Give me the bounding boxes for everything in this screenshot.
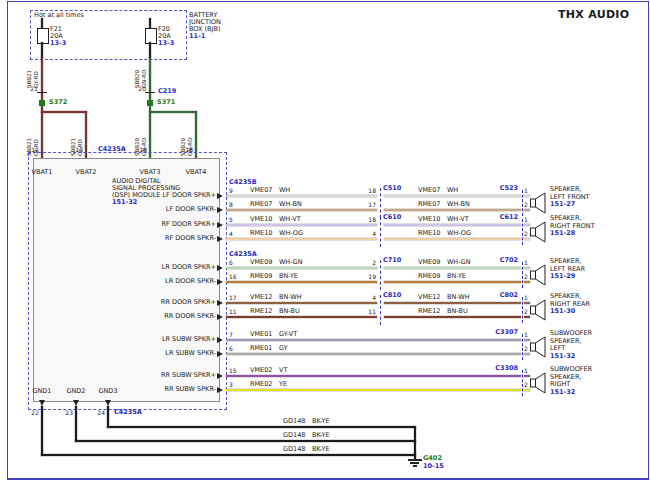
- speaker-label: SPEAKER,: [550, 258, 582, 265]
- connector-label: C610: [383, 214, 401, 221]
- speaker-label: SUBWOOFER: [550, 330, 592, 337]
- speaker-icon: [530, 264, 547, 286]
- speaker-icon: [530, 299, 547, 321]
- connector-label: C702: [486, 257, 518, 264]
- wire-label: GD148 BK-YE: [283, 446, 330, 453]
- wire-label: RME09 BN-YE: [418, 273, 466, 280]
- wire: [226, 375, 521, 377]
- ground-bar: [410, 462, 419, 464]
- connector-label: C510: [383, 185, 401, 192]
- module-pin-label: VBAT3: [134, 169, 166, 176]
- module-signal-label: RR SUBW SPKR+: [140, 372, 216, 379]
- arrow-right-icon: [217, 387, 223, 393]
- wire: [226, 209, 377, 211]
- wire: [384, 238, 521, 240]
- pin-number: 2: [524, 308, 528, 315]
- arrow-right-icon: [217, 337, 223, 343]
- speaker-icon: [530, 221, 547, 243]
- module-pin-label: VBAT1: [26, 169, 58, 176]
- ground-page-ref: 10-15: [423, 463, 444, 470]
- speaker-label: RIGHT: [550, 381, 570, 388]
- wire-label: GD148 BK-YE: [283, 418, 330, 425]
- module-pin-label: GND1: [28, 388, 56, 395]
- pin-number: 2: [524, 381, 528, 388]
- connector-label: C219: [158, 88, 176, 95]
- wire: [384, 267, 521, 269]
- pin-number: 24: [92, 409, 105, 416]
- arrow-right-icon: [217, 222, 223, 228]
- splice-icon: [39, 100, 45, 106]
- speaker-page-ref: 151-27: [550, 201, 575, 208]
- wire: [384, 209, 521, 211]
- connector-label: C4235B: [229, 179, 257, 186]
- ground-ref: G402: [423, 455, 442, 462]
- wire: [41, 18, 43, 28]
- module-signal-label: LR SUBW SPKR-: [140, 350, 216, 357]
- wire-label: VME12 BN-WH: [250, 294, 302, 301]
- connector-label: C523: [486, 185, 518, 192]
- pin-number: 9: [229, 187, 233, 194]
- pin-number: 15: [229, 367, 237, 374]
- pin-number: 1: [524, 294, 528, 301]
- module-signal-label: LR DOOR SPKR+: [140, 264, 216, 271]
- fuse-page-ref: 13-3: [50, 40, 66, 47]
- inline-connector: [380, 217, 381, 247]
- pin-number: 19: [352, 273, 376, 280]
- fuse-icon: [145, 28, 157, 44]
- arrow-right-icon: [217, 373, 223, 379]
- splice-label: S371: [157, 99, 175, 106]
- wire-label: RME02 YE: [250, 381, 287, 388]
- connector-tick: [37, 92, 47, 93]
- pin-number: 2: [524, 273, 528, 280]
- wire: [41, 454, 416, 456]
- wire: [384, 302, 521, 304]
- speaker-label: SUBWOOFER: [550, 366, 592, 373]
- wire-label: VME09 WH-GN: [250, 259, 303, 266]
- module-signal-label: RF DOOR SPKR+: [140, 221, 216, 228]
- connector-label: C4235A: [114, 409, 142, 416]
- page-title: THX AUDIO: [558, 8, 629, 21]
- pin-number: 4: [352, 294, 376, 301]
- wire-label: RME10 WH-OG: [250, 230, 303, 237]
- wire: [149, 111, 197, 113]
- pin-number: 2: [524, 201, 528, 208]
- wire-label: VME07 WH: [250, 187, 290, 194]
- inline-connector: [380, 188, 381, 218]
- pin-number: 3: [229, 381, 233, 388]
- module-signal-label: RR DOOR SPKR+: [140, 299, 216, 306]
- speaker-label: SPEAKER,: [550, 186, 582, 193]
- pin-number: 2: [524, 345, 528, 352]
- wire: [41, 111, 87, 113]
- speaker-page-ref: 151-29: [550, 273, 575, 280]
- speaker-connector: [522, 334, 523, 360]
- fuse-page-ref: 13-3: [158, 40, 174, 47]
- pin-number: 4: [352, 230, 376, 237]
- inline-connector: [380, 295, 381, 325]
- wire: [384, 281, 521, 283]
- wire: [149, 42, 151, 58]
- wire-color-vertical: GN-RD: [141, 60, 147, 88]
- wire: [107, 426, 416, 428]
- speaker-label: LEFT: [550, 345, 565, 352]
- wire-label: VME09 WH-GN: [418, 259, 471, 266]
- pin-number: 2: [352, 259, 376, 266]
- pin-number: 1: [524, 259, 528, 266]
- module-pin-label: VBAT2: [70, 169, 102, 176]
- pin-number: 7: [229, 331, 233, 338]
- wire-label: RME07 WH-BN: [418, 201, 470, 208]
- wire-label: RME10 WH-OG: [418, 230, 471, 237]
- fuse-icon: [37, 28, 49, 44]
- wire-label: VME02 VT: [250, 367, 287, 374]
- pin-number: 1: [524, 331, 528, 338]
- connector-label: C802: [486, 292, 518, 299]
- arrow-right-icon: [217, 236, 223, 242]
- speaker-page-ref: 151-32: [550, 353, 575, 360]
- wire: [149, 58, 151, 161]
- connector-label: C612: [486, 214, 518, 221]
- wire-label: VME10 WH-VT: [418, 216, 469, 223]
- speaker-connector: [522, 297, 523, 323]
- wire-name-vertical: SBB20: [134, 60, 140, 88]
- connector-label: C810: [383, 292, 401, 299]
- module-signal-label: LF DOOR SPKR+: [140, 192, 216, 199]
- pin-number: 23: [60, 409, 73, 416]
